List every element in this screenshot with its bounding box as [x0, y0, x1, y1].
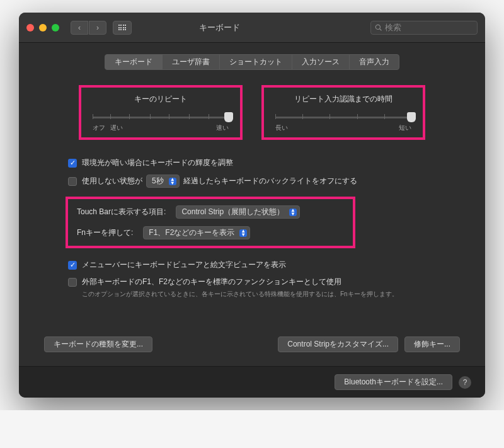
idle-row: 使用しない状態が 5秒 ▲▼ 経過したらキーボードのバックライトをオフにする: [38, 175, 466, 188]
idle-checkbox[interactable]: [68, 177, 77, 186]
search-input[interactable]: 検索: [370, 21, 478, 35]
help-button[interactable]: ?: [459, 376, 471, 389]
tab-shortcuts[interactable]: ショートカット: [219, 54, 292, 70]
viewer-label: メニューバーにキーボードビューアと絵文字ビューアを表示: [82, 260, 286, 270]
idle-prefix: 使用しない状態が: [82, 176, 142, 187]
bottom-buttons: キーボードの種類を変更... Control Stripをカスタマイズ... 修…: [38, 336, 466, 352]
idle-select[interactable]: 5秒 ▲▼: [146, 175, 180, 188]
close-icon[interactable]: [26, 24, 34, 32]
brightness-checkbox[interactable]: ✓: [68, 159, 77, 168]
delay-short-label: 短い: [399, 123, 411, 132]
touchbar-select[interactable]: Control Strip（展開した状態） ▲▼: [176, 205, 300, 219]
tab-text[interactable]: ユーザ辞書: [162, 54, 220, 70]
zoom-icon[interactable]: [52, 24, 59, 32]
preferences-window: ‹ › キーボード 検索 キーボード ユーザ辞書 ショートカット 入力ソース 音…: [19, 13, 485, 398]
search-placeholder: 検索: [385, 22, 401, 33]
fnkeys-row: 外部キーボードのF1、F2などのキーを標準のファンクションキーとして使用: [38, 277, 466, 287]
tab-bar: キーボード ユーザ辞書 ショートカット 入力ソース 音声入力: [38, 54, 466, 70]
fnkeys-label: 外部キーボードのF1、F2などのキーを標準のファンクションキーとして使用: [82, 277, 341, 287]
delay-long-label: 長い: [275, 123, 288, 132]
bluetooth-button[interactable]: Bluetoothキーボードを設定...: [335, 374, 452, 390]
brightness-label: 環境光が暗い場合にキーボードの輝度を調整: [82, 158, 233, 168]
delay-slider[interactable]: [275, 111, 411, 121]
keyboard-type-button[interactable]: キーボードの種類を変更...: [44, 336, 152, 352]
delay-title: リピート入力認識までの時間: [275, 94, 411, 105]
minimize-icon[interactable]: [39, 24, 47, 32]
tab-input-sources[interactable]: 入力ソース: [292, 54, 350, 70]
content: キーボード ユーザ辞書 ショートカット 入力ソース 音声入力 キーのリピート: [19, 43, 485, 366]
chevron-updown-icon: ▲▼: [169, 178, 176, 185]
touchbar-label: Touch Barに表示する項目:: [77, 207, 166, 217]
key-repeat-box: キーのリピート オフ 遅い 速い: [79, 85, 243, 140]
key-repeat-title: キーのリピート: [93, 94, 229, 105]
tab-keyboard[interactable]: キーボード: [105, 54, 163, 70]
chevron-updown-icon: ▲▼: [239, 229, 247, 237]
traffic-lights: [26, 24, 59, 32]
delay-box: リピート入力認識までの時間 長い 短い: [261, 85, 425, 140]
fnkeys-note: このオプションが選択されているときに、各キーに示されている特殊機能を使用するには…: [38, 290, 466, 299]
fn-label: Fnキーを押して:: [77, 227, 133, 238]
chevron-updown-icon: ▲▼: [289, 209, 297, 216]
fnkeys-checkbox[interactable]: [68, 278, 77, 287]
touchbar-box: Touch Barに表示する項目: Control Strip（展開した状態） …: [66, 197, 355, 248]
key-repeat-slider[interactable]: [93, 111, 229, 121]
fn-select[interactable]: F1、F2などのキーを表示 ▲▼: [143, 226, 250, 239]
sliders-row: キーのリピート オフ 遅い 速い リピー: [38, 85, 466, 140]
modifier-button[interactable]: 修飾キー...: [404, 336, 460, 352]
titlebar: ‹ › キーボード 検索: [19, 13, 485, 43]
repeat-slow-label: 遅い: [110, 123, 123, 132]
slider-thumb-icon[interactable]: [407, 112, 416, 122]
viewer-checkbox[interactable]: ✓: [68, 261, 77, 270]
slider-thumb-icon[interactable]: [224, 112, 233, 122]
footer: Bluetoothキーボードを設定... ?: [19, 366, 485, 398]
customize-button[interactable]: Control Stripをカスタマイズ...: [278, 336, 398, 352]
search-icon: [375, 24, 382, 32]
repeat-fast-label: 速い: [216, 123, 229, 132]
repeat-off-label: オフ: [93, 123, 105, 132]
tab-dictation[interactable]: 音声入力: [349, 54, 399, 70]
idle-suffix: 経過したらキーボードのバックライトをオフにする: [183, 176, 357, 187]
viewer-row: ✓ メニューバーにキーボードビューアと絵文字ビューアを表示: [38, 260, 466, 270]
brightness-row: ✓ 環境光が暗い場合にキーボードの輝度を調整: [38, 158, 466, 168]
window-title: キーボード: [69, 22, 370, 33]
